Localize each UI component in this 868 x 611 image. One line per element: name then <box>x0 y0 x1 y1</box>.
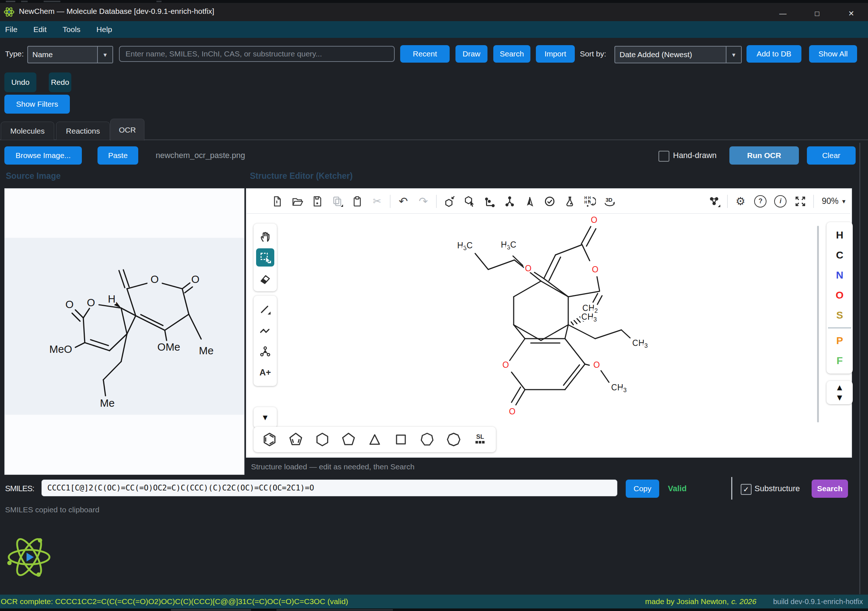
paste-icon[interactable] <box>347 191 367 211</box>
save-icon[interactable] <box>307 191 327 211</box>
atom-label[interactable]: MeO <box>50 344 72 355</box>
import-button[interactable]: Import <box>536 45 575 63</box>
check-structure-icon[interactable] <box>539 191 560 211</box>
close-button[interactable]: ✕ <box>843 6 860 21</box>
settings-gear-icon[interactable]: ⚙ <box>730 191 750 211</box>
undo-button[interactable]: Undo <box>5 73 36 92</box>
dearomatize-icon[interactable] <box>459 191 479 211</box>
open-file-icon[interactable] <box>287 191 307 211</box>
atom-label[interactable]: O <box>150 274 159 285</box>
zoom-control[interactable]: 90% ▾ <box>817 196 851 206</box>
info-icon[interactable]: i <box>770 191 790 211</box>
atom-label[interactable]: O <box>87 297 95 308</box>
rgroup-tool-icon[interactable] <box>254 341 276 362</box>
layout-icon[interactable] <box>479 191 499 211</box>
template-cyclobutane[interactable] <box>389 428 413 451</box>
atom-label[interactable]: H3C <box>501 240 516 251</box>
eraser-tool-icon[interactable] <box>254 268 276 289</box>
tab-reactions[interactable]: Reactions <box>56 121 110 140</box>
structure-library-sl-button[interactable]: SL <box>468 428 492 451</box>
calculate-icon[interactable] <box>560 191 580 211</box>
template-cyclopentadiene[interactable] <box>284 428 308 451</box>
atom-f-button[interactable]: F <box>826 351 853 371</box>
atom-h-button[interactable]: H <box>826 225 853 245</box>
chain-tool-icon[interactable] <box>254 320 276 341</box>
template-benzene[interactable] <box>257 428 282 451</box>
smiles-input[interactable] <box>42 480 617 496</box>
add-hydrogens-icon[interactable]: H H H H <box>580 191 600 211</box>
smiles-search-button[interactable]: Search <box>812 480 848 498</box>
draw-button[interactable]: Draw <box>456 45 487 63</box>
palette-down-button[interactable]: ▼ <box>835 393 844 403</box>
atom-n-button[interactable]: N <box>826 265 853 285</box>
new-document-icon[interactable] <box>267 191 287 211</box>
tab-molecules[interactable]: Molecules <box>1 121 54 140</box>
atom-label[interactable]: H3C <box>457 241 473 252</box>
redo-icon[interactable]: ↷ <box>413 191 433 211</box>
palette-up-button[interactable]: ▲ <box>835 382 844 393</box>
paste-button[interactable]: Paste <box>98 146 138 165</box>
substructure-checkbox[interactable]: ✓ <box>741 484 752 495</box>
search-input[interactable] <box>119 46 395 62</box>
maximize-button[interactable]: □ <box>808 6 826 21</box>
hand-drawn-checkbox[interactable] <box>659 151 670 162</box>
template-cyclopropane[interactable] <box>363 428 387 451</box>
menu-tools[interactable]: Tools <box>63 25 81 34</box>
tab-ocr[interactable]: OCR <box>110 119 144 141</box>
more-tools-button[interactable]: ▼ <box>254 407 277 428</box>
atom-label[interactable]: O <box>591 215 597 225</box>
cut-icon[interactable]: ✂ <box>367 191 387 211</box>
redo-button[interactable]: Redo <box>49 73 71 92</box>
show-filters-button[interactable]: Show Filters <box>5 95 70 113</box>
canvas-scrollbar[interactable] <box>817 226 819 422</box>
structure-library-icon[interactable] <box>704 191 724 211</box>
search-button[interactable]: Search <box>493 45 530 63</box>
clean-up-icon[interactable] <box>499 191 519 211</box>
help-icon[interactable]: ? <box>750 191 770 211</box>
atom-p-button[interactable]: P <box>826 331 853 351</box>
editor-molecule-canvas[interactable]: H3CH3COOOCH2CH3CH3OOCH3O <box>246 214 851 457</box>
aromatize-icon[interactable] <box>439 191 459 211</box>
bond-tool-icon[interactable] <box>254 299 276 320</box>
copy-smiles-button[interactable]: Copy <box>626 480 659 498</box>
text-tool-icon[interactable]: A+ <box>254 362 276 383</box>
atom-c-button[interactable]: C <box>826 245 853 265</box>
atom-label[interactable]: O <box>593 360 600 370</box>
atom-label[interactable]: O <box>509 407 516 416</box>
undo-icon[interactable]: ↶ <box>393 191 413 211</box>
atom-o-button[interactable]: O <box>826 285 853 305</box>
atom-label[interactable]: Me <box>199 345 214 356</box>
atom-label[interactable]: CH3 <box>632 338 648 349</box>
atom-label[interactable]: O <box>65 299 74 310</box>
menu-file[interactable]: File <box>5 25 17 34</box>
browse-image-button[interactable]: Browse Image... <box>5 146 82 165</box>
atom-label[interactable]: CH3 <box>611 383 626 393</box>
hand-tool-icon[interactable] <box>254 226 276 247</box>
template-cyclooctane[interactable] <box>442 428 466 451</box>
three-d-viewer-icon[interactable]: 3D <box>600 191 620 211</box>
fullscreen-icon[interactable] <box>790 191 811 211</box>
atom-label[interactable]: OMe <box>158 341 180 353</box>
atom-label[interactable]: O <box>191 274 200 285</box>
atom-label[interactable]: O <box>592 265 598 274</box>
atom-s-button[interactable]: S <box>826 305 853 325</box>
selection-tool-icon[interactable] <box>256 248 274 267</box>
template-cyclopentane[interactable] <box>336 428 361 451</box>
atom-label[interactable]: O <box>502 360 509 370</box>
atom-label[interactable]: H <box>108 293 116 305</box>
show-all-button[interactable]: Show All <box>809 45 857 63</box>
recent-button[interactable]: Recent <box>400 45 450 63</box>
menu-edit[interactable]: Edit <box>34 25 46 34</box>
menu-help[interactable]: Help <box>96 25 112 34</box>
atom-label[interactable]: Me <box>100 397 115 409</box>
minimize-button[interactable]: — <box>774 6 792 21</box>
run-ocr-button[interactable]: Run OCR <box>729 146 799 165</box>
add-to-db-button[interactable]: Add to DB <box>747 45 801 63</box>
template-cyclohexane[interactable] <box>310 428 334 451</box>
mirror-icon[interactable] <box>519 191 539 211</box>
template-cycloheptane[interactable] <box>415 428 439 451</box>
type-select[interactable]: Name ▼ <box>27 46 113 63</box>
clear-button[interactable]: Clear <box>807 146 856 165</box>
atom-label[interactable]: O <box>525 264 532 273</box>
copy-icon[interactable] <box>327 191 347 211</box>
